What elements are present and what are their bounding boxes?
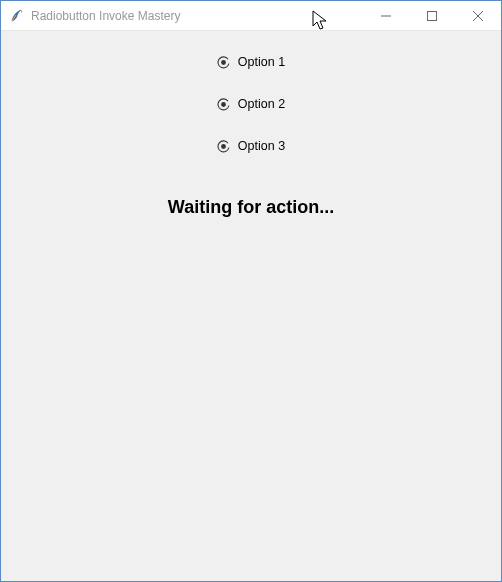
svg-point-4 [221,60,226,65]
window-controls [363,1,501,30]
status-label: Waiting for action... [1,197,501,218]
radio-option-1[interactable]: Option 1 [217,55,285,69]
radio-label: Option 1 [238,55,285,69]
client-area: Option 1 Option 2 Opti [1,31,501,581]
application-window: Radiobutton Invoke Mastery [0,0,502,582]
app-feather-icon [9,8,25,24]
close-button[interactable] [455,1,501,30]
maximize-button[interactable] [409,1,455,30]
radio-option-3[interactable]: Option 3 [217,139,285,153]
minimize-button[interactable] [363,1,409,30]
radio-indicator-icon [217,98,230,111]
svg-rect-1 [428,11,437,20]
svg-point-6 [221,144,226,149]
svg-point-5 [221,102,226,107]
radio-indicator-icon [217,56,230,69]
radio-indicator-icon [217,140,230,153]
radio-label: Option 3 [238,139,285,153]
radio-group: Option 1 Option 2 Opti [1,47,501,173]
titlebar: Radiobutton Invoke Mastery [1,1,501,31]
radio-option-2[interactable]: Option 2 [217,97,285,111]
radio-label: Option 2 [238,97,285,111]
window-title: Radiobutton Invoke Mastery [31,9,180,23]
